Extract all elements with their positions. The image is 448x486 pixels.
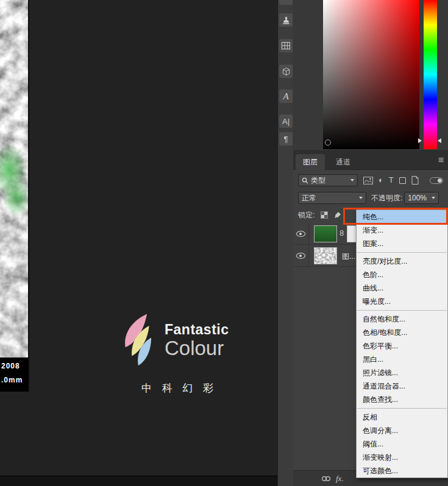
blend-mode-row: 正常 不透明度: 100% [298, 192, 443, 204]
menu-item[interactable]: 渐变... [357, 224, 447, 237]
menu-item[interactable]: 图案... [357, 237, 447, 250]
menu-item[interactable]: 色彩平衡... [357, 339, 447, 353]
cube-icon [282, 67, 291, 76]
paragraph-mark-icon: ¶ [284, 135, 288, 144]
stamp-icon [282, 16, 291, 25]
visibility-cell[interactable] [293, 223, 309, 245]
menu-item[interactable]: 曲线... [357, 281, 447, 295]
color-picker-panel [293, 0, 448, 151]
document-image-strip: 2008 .0mm [0, 0, 29, 392]
filter-type-dropdown[interactable]: 类型 [298, 174, 358, 186]
filter-pixel-layers-icon[interactable] [363, 177, 373, 185]
flame-logo-icon [113, 312, 162, 376]
canvas-footer-strip [0, 476, 277, 486]
opacity-value: 100% [408, 194, 429, 202]
menu-item[interactable]: 色相/饱和度... [357, 326, 447, 339]
menu-item[interactable]: 可选颜色... [357, 464, 447, 477]
eye-icon [296, 231, 305, 237]
layer-filter-row: 类型 ◐ T [298, 174, 443, 186]
toggle-knob [438, 178, 442, 183]
layer-filter-toggle[interactable] [430, 177, 443, 184]
opacity-label: 不透明度: [371, 193, 402, 203]
opacity-dropdown[interactable]: 100% [404, 192, 439, 204]
filter-adjustment-layers-icon[interactable]: ◐ [379, 174, 383, 186]
hue-slider[interactable] [424, 0, 437, 149]
menu-item[interactable]: 色调分离... [357, 424, 447, 437]
lock-transparency-icon[interactable] [321, 211, 328, 219]
paragraph-panel-icon[interactable]: ¶ [279, 132, 293, 146]
menu-separator [357, 252, 447, 253]
menu-item[interactable]: 亮度/对比度... [357, 255, 447, 268]
character-a-icon: A| [282, 117, 290, 126]
layer-name: 图... [342, 252, 355, 262]
chevron-down-icon [359, 197, 363, 199]
image-icon [363, 177, 373, 185]
filter-shape-layers-icon[interactable] [399, 177, 406, 184]
panel-menu-icon[interactable]: ≡ [438, 155, 444, 165]
menu-item[interactable]: 自然饱和度... [357, 312, 447, 326]
tab-channels[interactable]: 通道 [329, 154, 358, 170]
grid-icon [282, 42, 290, 49]
color-selection-marker[interactable] [325, 139, 331, 146]
sem-distance-text: .0mm [1, 376, 29, 385]
layer-style-fx-icon[interactable]: fx. [336, 474, 344, 484]
thumbnail-texture [315, 248, 337, 264]
menu-item[interactable]: 反相 [357, 410, 447, 424]
layer-thumbnail-image[interactable] [314, 247, 337, 264]
menu-item[interactable]: 渐变映射... [357, 451, 447, 464]
adjustment-layer-menu: 纯色...渐变...图案...亮度/对比度...色阶...曲线...曝光度...… [356, 210, 448, 478]
watermark-title: Fantastic [165, 322, 229, 337]
panel-tabbar: 图层 通道 ≡ [293, 151, 448, 170]
page-icon [411, 176, 419, 185]
chevron-down-icon [432, 197, 435, 199]
3d-panel-icon[interactable] [279, 65, 293, 78]
filter-type-label: 类型 [311, 175, 348, 186]
filter-type-layers-icon[interactable]: T [389, 174, 394, 186]
eye-icon [296, 253, 305, 259]
lock-paint-brush-icon[interactable] [334, 211, 341, 219]
saturation-brightness-field[interactable] [323, 0, 419, 149]
tab-layers[interactable]: 图层 [296, 154, 325, 170]
menu-separator [357, 408, 447, 409]
mask-link-icon: 8 [340, 229, 344, 238]
square-icon [399, 177, 406, 184]
photoshop-window: 2008 .0mm Fantastic Colour 中 科 幻 彩 [0, 0, 448, 486]
menu-item[interactable]: 颜色查找... [357, 393, 447, 406]
canvas-area: 2008 .0mm Fantastic Colour 中 科 幻 彩 [0, 0, 277, 486]
panel-dock: A A| ¶ [277, 0, 293, 486]
menu-item-highlighted[interactable]: 纯色... [357, 210, 447, 224]
menu-item[interactable]: 照片滤镜... [357, 366, 447, 379]
menu-item[interactable]: 色阶... [357, 268, 447, 281]
hue-slider-handle-left[interactable] [418, 138, 422, 143]
link-layers-icon[interactable] [321, 476, 331, 482]
menu-item[interactable]: 曝光度... [357, 295, 447, 308]
layer-thumbnail-solid-color[interactable] [314, 225, 337, 242]
chevron-down-icon [350, 179, 354, 181]
watermark-caption: 中 科 幻 彩 [113, 381, 245, 395]
character-panel-icon[interactable]: A| [279, 114, 293, 128]
script-a-icon: A [283, 91, 288, 102]
menu-item[interactable]: 黑白... [357, 353, 447, 366]
lock-label: 锁定: [298, 210, 315, 220]
search-icon [302, 177, 308, 184]
blend-mode-value: 正常 [302, 193, 357, 203]
blend-mode-dropdown[interactable]: 正常 [298, 192, 366, 204]
sem-scale-bar: 2008 .0mm [0, 357, 29, 392]
grid-panel-icon[interactable] [279, 39, 293, 52]
menu-item[interactable]: 通道混合器... [357, 379, 447, 393]
filter-smart-object-icon[interactable] [411, 176, 419, 185]
visibility-cell[interactable] [293, 245, 309, 267]
glyphs-panel-icon[interactable]: A [279, 90, 293, 103]
hue-slider-handle-right[interactable] [438, 138, 441, 143]
menu-separator [357, 310, 447, 311]
watermark-logo: Fantastic Colour 中 科 幻 彩 [113, 312, 251, 395]
panel-icon-partial[interactable] [279, 0, 293, 5]
clone-source-panel-icon[interactable] [279, 13, 293, 27]
green-highlight-region [2, 179, 29, 217]
watermark-subtitle: Colour [165, 337, 229, 359]
sem-magnification-text: 2008 [1, 362, 29, 371]
menu-item[interactable]: 阈值... [357, 437, 447, 451]
